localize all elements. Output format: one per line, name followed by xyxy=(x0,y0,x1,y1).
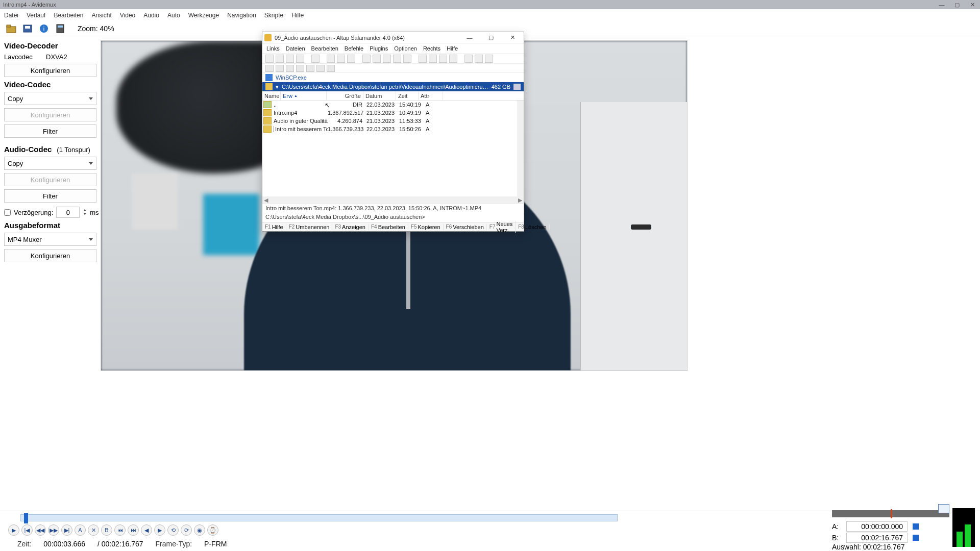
video-filter-button[interactable]: Filter xyxy=(4,124,96,138)
salamander-minimize[interactable]: — xyxy=(460,32,479,43)
cut-fwd-button[interactable]: ⟳ xyxy=(181,524,192,536)
cut-back-button[interactable]: ⟲ xyxy=(167,524,179,536)
menu-skripte[interactable]: Skripte xyxy=(264,12,283,19)
go-start-button[interactable]: |◀ xyxy=(21,524,33,536)
salamander-window[interactable]: 09_Audio austauschen - Altap Salamander … xyxy=(262,32,524,232)
tb-view-icon[interactable] xyxy=(429,55,437,63)
step-back-button[interactable]: ◀◀ xyxy=(35,524,46,536)
sal-menu-optionen[interactable]: Optionen xyxy=(394,45,417,52)
timeline[interactable] xyxy=(20,514,618,521)
tb-compare-icon[interactable] xyxy=(383,55,391,63)
fkey-hilfe[interactable]: F1Hilfe xyxy=(262,224,286,230)
delay-stepper[interactable]: ▲▼ xyxy=(83,208,87,216)
tb-archive-icon[interactable] xyxy=(362,55,371,63)
file-row[interactable]: Intro.mp41.367.892.51721.03.202310:49:19… xyxy=(262,109,524,117)
col-attr[interactable]: Attr xyxy=(419,91,443,100)
video-codec-select[interactable]: Copy xyxy=(4,92,96,105)
sal-menu-befehle[interactable]: Befehle xyxy=(345,45,363,52)
tb-settings-icon[interactable] xyxy=(485,55,493,63)
tb-copy-icon[interactable] xyxy=(337,55,345,63)
drive-plugin-icon[interactable] xyxy=(316,65,325,72)
calculator-icon[interactable] xyxy=(54,22,66,35)
menu-werkzeuge[interactable]: Werkzeuge xyxy=(188,12,219,19)
tb-fwd-icon[interactable] xyxy=(286,55,294,63)
menu-auto[interactable]: Auto xyxy=(167,12,180,19)
info-icon[interactable]: i xyxy=(38,22,50,35)
black-fwd-button[interactable]: ▶ xyxy=(154,524,165,536)
menu-video[interactable]: Video xyxy=(120,12,135,19)
menu-ansicht[interactable]: Ansicht xyxy=(91,12,111,19)
tb-filter-icon[interactable] xyxy=(311,55,320,63)
salamander-close[interactable]: ✕ xyxy=(503,32,522,43)
fkey-neues-verz-[interactable]: F7Neues Verz. xyxy=(487,221,516,233)
time-jump-button[interactable]: ⌚ xyxy=(207,524,218,536)
keyframe-back-button[interactable]: ⏮ xyxy=(114,524,126,536)
audio-filter-button[interactable]: Filter xyxy=(4,189,96,203)
mark-a-button[interactable]: A xyxy=(75,524,86,536)
fkey-l-schen[interactable]: F8Löschen xyxy=(516,224,549,230)
scrollbar-horizontal[interactable]: ◀▶ xyxy=(262,196,524,204)
audio-codec-select[interactable]: Copy xyxy=(4,157,96,170)
black-back-button[interactable]: ◀ xyxy=(141,524,152,536)
col-time[interactable]: Zeit xyxy=(396,91,419,100)
tb-paste-icon[interactable] xyxy=(347,55,355,63)
winscp-icon[interactable] xyxy=(265,74,273,81)
keyframe-fwd-button[interactable]: ⏭ xyxy=(128,524,139,536)
sal-menu-plugins[interactable]: Plugins xyxy=(370,45,388,52)
tb-extract-icon[interactable] xyxy=(373,55,381,63)
sal-menu-rechts[interactable]: Rechts xyxy=(423,45,440,52)
menu-hilfe[interactable]: Hilfe xyxy=(291,12,304,19)
mark-b-button[interactable]: B xyxy=(101,524,112,536)
mute-toggle[interactable] xyxy=(938,504,949,513)
sal-menu-links[interactable]: Links xyxy=(266,45,280,52)
mark-clear-button[interactable]: ✕ xyxy=(88,524,99,536)
scrollbar-vertical[interactable] xyxy=(518,101,524,196)
drive-d-icon[interactable] xyxy=(286,65,294,72)
fkey-verschieben[interactable]: F6Verschieben xyxy=(444,224,487,230)
col-name[interactable]: Name xyxy=(262,91,281,100)
drive-more-icon[interactable] xyxy=(327,65,335,72)
tb-find-icon[interactable] xyxy=(419,55,427,63)
sal-menu-hilfe[interactable]: Hilfe xyxy=(447,45,458,52)
save-video-icon[interactable] xyxy=(21,22,34,35)
timeline-playhead[interactable] xyxy=(24,513,28,523)
command-line[interactable]: C:\Users\stefa\4eck Media Dropbox\s...\0… xyxy=(262,213,524,222)
col-date[interactable]: Datum xyxy=(363,91,396,100)
menu-bearbeiten[interactable]: Bearbeiten xyxy=(54,12,83,19)
decoder-config-button[interactable]: Konfigurieren xyxy=(4,64,96,77)
sal-menu-dateien[interactable]: Dateien xyxy=(286,45,305,52)
tb-terminal-icon[interactable] xyxy=(403,55,411,63)
menu-audio[interactable]: Audio xyxy=(143,12,159,19)
marker-set-button[interactable]: ◉ xyxy=(194,524,205,536)
output-select[interactable]: MP4 Muxer xyxy=(4,233,96,246)
fkey-anzeigen[interactable]: F3Anzeigen xyxy=(332,224,369,230)
sal-menu-bearbeiten[interactable]: Bearbeiten xyxy=(311,45,338,52)
go-end-button[interactable]: ▶| xyxy=(61,524,72,536)
tb-back-icon[interactable] xyxy=(276,55,284,63)
drive-c-icon[interactable] xyxy=(276,65,284,72)
col-size[interactable]: Größe xyxy=(327,91,363,100)
menu-datei[interactable]: Datei xyxy=(4,12,18,19)
fkey-kopieren[interactable]: F5Kopieren xyxy=(408,224,444,230)
col-erw[interactable]: Erw xyxy=(281,91,327,100)
open-icon[interactable] xyxy=(5,22,17,35)
menu-verlauf[interactable]: Verlauf xyxy=(27,12,45,19)
tb-refresh-icon[interactable] xyxy=(393,55,401,63)
avidemux-minimize[interactable]: — xyxy=(934,0,949,9)
avidemux-maximize[interactable]: ▢ xyxy=(949,0,965,9)
drive-net-icon[interactable] xyxy=(296,65,304,72)
file-row[interactable]: Intro mit besserem Ton.mp41.366.739.2332… xyxy=(262,125,524,133)
launch-item-winscp[interactable]: WinSCP.exe xyxy=(276,74,307,81)
tb-fav-icon[interactable] xyxy=(464,55,473,63)
tb-folder-icon[interactable] xyxy=(265,55,274,63)
audio-delay-checkbox[interactable] xyxy=(4,209,11,216)
file-list[interactable]: ↖ ..DIR22.03.202315:40:19AIntro.mp41.367… xyxy=(262,101,524,196)
play-button[interactable]: ▶ xyxy=(8,524,19,536)
fkey-umbenennen[interactable]: F2Umbenennen xyxy=(286,224,333,230)
vu-slider[interactable] xyxy=(832,510,949,517)
tb-net-icon[interactable] xyxy=(475,55,483,63)
salamander-titlebar[interactable]: 09_Audio austauschen - Altap Salamander … xyxy=(262,32,524,43)
file-row[interactable]: ..DIR22.03.202315:40:19A xyxy=(262,101,524,109)
fkey-bearbeiten[interactable]: F4Bearbeiten xyxy=(369,224,408,230)
drive-a-icon[interactable] xyxy=(265,65,274,72)
